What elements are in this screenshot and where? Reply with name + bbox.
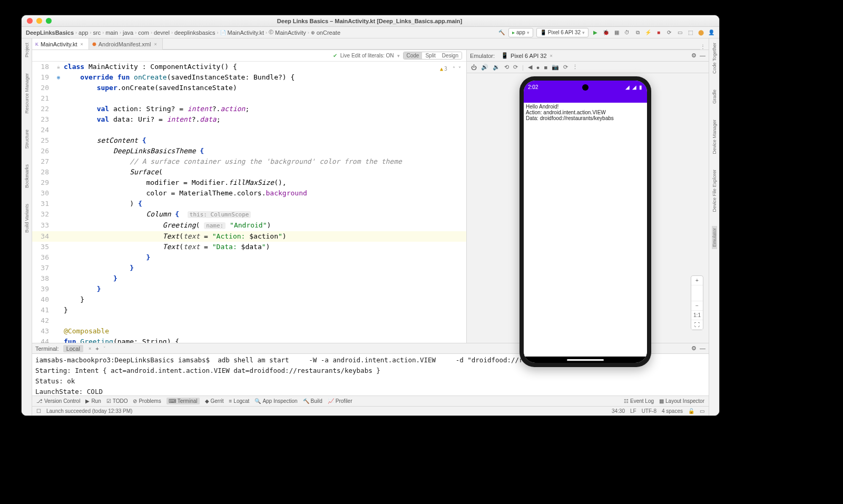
profile-icon[interactable]: ⏱ [623,29,631,36]
breadcrumb-item[interactable]: devrel [154,29,170,36]
view-mode-segmented[interactable]: Code Split Design [403,52,463,60]
tool-gerrit[interactable]: ◆ Gerrit [205,398,224,404]
encoding[interactable]: UTF-8 [642,408,656,414]
tab-mainactivity[interactable]: K MainActivity.kt × [32,38,89,50]
breadcrumb-item[interactable]: app [79,29,88,36]
minimize-icon[interactable]: — [700,52,705,59]
code-editor[interactable]: ▲3 ˄ ˅ 18☕class MainActivity : Component… [32,62,466,343]
tab-manifest[interactable]: ⬣ AndroidManifest.xml × [89,38,163,50]
line-ending[interactable]: LF [630,408,636,414]
zoom-in-icon[interactable]: + [691,276,703,285]
tool-version-control[interactable]: ⎇ Version Control [36,398,80,404]
device-manager-tool[interactable]: Device Manager [712,117,717,156]
zoom-out-icon[interactable]: − [691,301,703,311]
editor-tabs: K MainActivity.kt × ⬣ AndroidManifest.xm… [32,38,709,50]
close-icon[interactable]: × [81,42,83,47]
more-icon[interactable]: ⋮ [572,64,578,71]
device-dropdown[interactable]: 📱Pixel 6 API 32▾ [536,28,589,37]
emulator-toolbar: ⏻ 🔊 🔉 ⟲ ⟳ | ◀ ● ■ 📷 ⟳ ⋮ [467,62,709,73]
terminal-tab-local[interactable]: Local [63,345,83,352]
breadcrumb-item[interactable]: com [138,29,149,36]
build-icon[interactable]: 🔨 [498,29,505,36]
memory-indicator[interactable]: ▭ [700,408,704,414]
emulator-panel: Emulator: 📱Pixel 6 API 32× ⚙ — ⏻ 🔊 🔉 [466,50,709,343]
debug-icon[interactable]: 🐞 [602,29,610,36]
breadcrumb-item[interactable]: DeepLinksBasics [26,29,74,36]
volume-up-icon[interactable]: 🔊 [481,64,488,71]
caret-position[interactable]: 34:30 [612,408,625,414]
breadcrumb-item[interactable]: 📄MainActivity.kt [220,29,264,36]
device-file-explorer-tool[interactable]: Device File Explorer [712,167,717,214]
project-tool[interactable]: Project [24,41,30,60]
tool-event-log[interactable]: ☷ Event Log [624,398,654,404]
new-terminal-icon[interactable]: + [95,345,99,352]
sdk-icon[interactable]: ⬚ [687,29,694,36]
close-icon[interactable]: × [154,42,156,47]
tool-logcat[interactable]: ≡ Logcat [229,398,250,404]
minimize-window-button[interactable] [36,18,42,24]
close-window-button[interactable] [27,18,33,24]
zoom-fit-icon[interactable]: ⛶ [691,320,703,330]
problems-indicator[interactable]: ▲3 ˄ ˅ [440,64,461,74]
breadcrumb-item[interactable]: main [105,29,118,36]
live-edit-toggle[interactable]: Live Edit of literals: ON [340,53,394,58]
gear-icon[interactable]: ⚙ [691,345,697,352]
zoom-ratio[interactable]: 1:1 [691,311,703,320]
sync-icon[interactable]: ⟳ [665,29,673,36]
minimize-icon[interactable]: — [700,345,705,352]
rotate-left-icon[interactable]: ⟲ [504,64,509,71]
back-icon[interactable]: ◀ [528,64,532,71]
breadcrumb-item[interactable]: ⊕onCreate [311,29,340,36]
screenshot-icon[interactable]: 📷 [552,64,559,71]
zoom-window-button[interactable] [46,18,52,24]
gear-icon[interactable]: ⚙ [691,52,697,59]
tab-label: AndroidManifest.xml [99,41,151,47]
run-config-dropdown[interactable]: ▸app▾ [508,28,533,37]
bookmarks-tool[interactable]: Bookmarks [24,162,30,190]
emulator-device-tab[interactable]: 📱Pixel 6 API 32× [498,52,556,59]
run-icon[interactable]: ▶ [592,29,599,36]
traffic-lights [27,18,52,24]
volume-down-icon[interactable]: 🔉 [493,64,500,71]
tool-build[interactable]: 🔨 Build [303,398,322,404]
phone-frame: 2:02 ◢ ◢ ▮ Hello Android! Action: androi… [519,76,651,367]
overview-icon[interactable]: ■ [544,64,548,71]
avatar-icon[interactable]: 👤 [708,29,715,36]
breadcrumb-item[interactable]: java [123,29,133,36]
attach-debugger-icon[interactable]: ⧉ [634,29,641,36]
structure-tool[interactable]: Structure [24,127,30,151]
power-icon[interactable]: ⏻ [471,64,477,71]
readonly-icon[interactable]: 🔓 [688,408,694,414]
tool-run[interactable]: ▶ Run [85,398,101,404]
tool-terminal[interactable]: ⌨ Terminal [166,398,200,404]
close-icon[interactable]: × [89,346,91,351]
coverage-icon[interactable]: ▦ [613,29,620,36]
phone-screen[interactable]: 2:02 ◢ ◢ ▮ Hello Android! Action: androi… [524,81,647,363]
emulator-tool[interactable]: Emulator [712,226,717,249]
search-everywhere-icon[interactable]: ⬤ [697,29,704,36]
indent-setting[interactable]: 4 spaces [662,408,683,414]
camera-cutout [582,84,589,91]
tool-app-inspection[interactable]: 🔍 App Inspection [254,398,297,404]
apply-changes-icon[interactable]: ⚡ [644,29,652,36]
tool-layout-inspector[interactable]: ▦ Layout Inspector [659,398,704,404]
tool-profiler[interactable]: 📈 Profiler [328,398,352,404]
tool-problems[interactable]: ⊘ Problems [133,398,161,404]
resource-manager-tool[interactable]: Resource Manager [24,71,30,116]
gradle-tool[interactable]: Gradle [712,87,717,106]
breadcrumb-item[interactable]: src [93,29,101,36]
breadcrumb-item[interactable]: deeplinksbasics [174,29,215,36]
editor-tabs-actions[interactable]: ⋮ [700,44,709,50]
build-variants-tool[interactable]: Build Variants [24,202,30,235]
home-icon[interactable]: ● [536,64,540,71]
zoom-control[interactable]: + − 1:1 ⛶ [691,275,703,330]
code-together-tool[interactable]: Code Together [712,41,717,76]
left-tool-rail: Project Resource Manager Structure Bookm… [22,38,32,416]
rotate-right-icon[interactable]: ⟳ [513,64,518,71]
breadcrumb-item[interactable]: ⒸMainActivity [269,29,306,36]
window-title: Deep Links Basics – MainActivity.kt [Dee… [52,18,688,24]
record-icon[interactable]: ⟳ [563,64,568,71]
avd-icon[interactable]: ▭ [676,29,683,36]
stop-icon[interactable]: ■ [655,29,662,36]
tool-todo[interactable]: ☑ TODO [106,398,128,404]
